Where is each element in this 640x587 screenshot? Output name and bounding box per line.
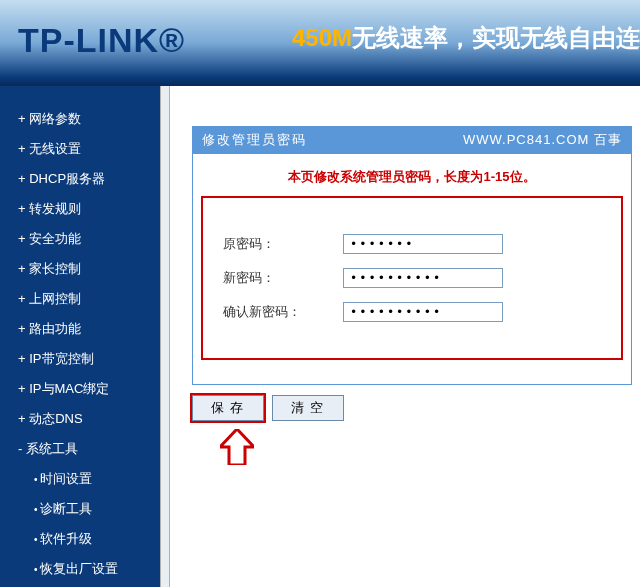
tagline-speed: 450M <box>292 24 352 51</box>
save-button[interactable]: 保存 <box>192 395 264 421</box>
sidebar-item-9[interactable]: IP与MAC绑定 <box>4 374 160 404</box>
sidebar-item-6[interactable]: 上网控制 <box>4 284 160 314</box>
clear-button[interactable]: 清空 <box>272 395 344 421</box>
password-form: 原密码： 新密码： 确认新密码： <box>201 196 623 360</box>
sidebar-item-12[interactable]: 时间设置 <box>4 464 160 494</box>
sidebar-item-3[interactable]: 转发规则 <box>4 194 160 224</box>
splitter[interactable] <box>160 86 170 587</box>
new-password-input[interactable] <box>343 268 503 288</box>
sidebar-item-13[interactable]: 诊断工具 <box>4 494 160 524</box>
tagline-text: 无线速率，实现无线自由连 <box>352 24 640 51</box>
label-new-password: 新密码： <box>223 269 343 287</box>
sidebar-item-15[interactable]: 恢复出厂设置 <box>4 554 160 584</box>
sidebar-item-7[interactable]: 路由功能 <box>4 314 160 344</box>
sidebar-item-5[interactable]: 家长控制 <box>4 254 160 284</box>
confirm-password-input[interactable] <box>343 302 503 322</box>
brand-logo: TP-LINK® <box>18 21 185 60</box>
sidebar-item-4[interactable]: 安全功能 <box>4 224 160 254</box>
tagline: 450M无线速率，实现无线自由连 <box>292 22 640 54</box>
panel-body: 本页修改系统管理员密码，长度为1-15位。 原密码： 新密码： 确认新密码： <box>192 154 632 385</box>
sidebar-item-14[interactable]: 软件升级 <box>4 524 160 554</box>
watermark-url: WWW.PC841.COM 百事 <box>463 131 622 149</box>
sidebar-item-0[interactable]: 网络参数 <box>4 104 160 134</box>
label-old-password: 原密码： <box>223 235 343 253</box>
panel-title: 修改管理员密码 <box>202 131 307 149</box>
sidebar-item-1[interactable]: 无线设置 <box>4 134 160 164</box>
panel-title-bar: 修改管理员密码 WWW.PC841.COM 百事 <box>192 126 632 154</box>
button-bar: 保存 清空 <box>192 395 640 421</box>
sidebar-item-10[interactable]: 动态DNS <box>4 404 160 434</box>
svg-marker-0 <box>220 429 254 465</box>
main-content: 修改管理员密码 WWW.PC841.COM 百事 本页修改系统管理员密码，长度为… <box>170 86 640 587</box>
old-password-input[interactable] <box>343 234 503 254</box>
sidebar: 网络参数无线设置DHCP服务器转发规则安全功能家长控制上网控制路由功能IP带宽控… <box>0 86 160 587</box>
app-header: TP-LINK® 450M无线速率，实现无线自由连 <box>0 0 640 86</box>
label-confirm-password: 确认新密码： <box>223 303 343 321</box>
sidebar-item-2[interactable]: DHCP服务器 <box>4 164 160 194</box>
panel-hint: 本页修改系统管理员密码，长度为1-15位。 <box>201 168 623 186</box>
arrow-up-icon <box>220 429 640 465</box>
sidebar-item-8[interactable]: IP带宽控制 <box>4 344 160 374</box>
sidebar-item-11[interactable]: 系统工具 <box>4 434 160 464</box>
